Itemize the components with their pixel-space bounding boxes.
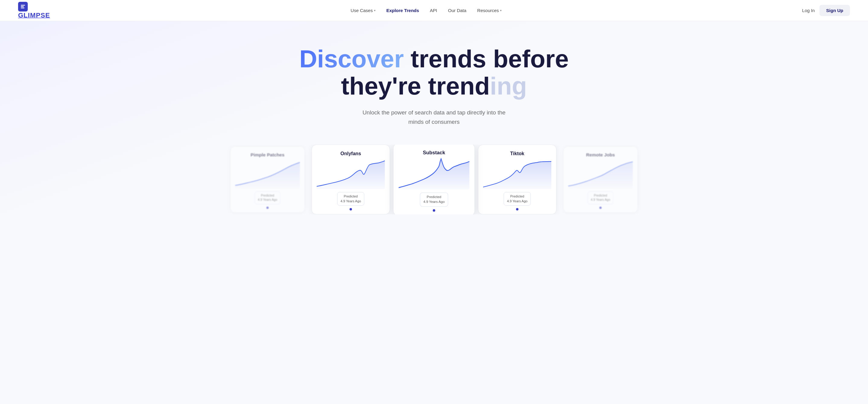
hero-section: Discover trends before they're trending … [0,21,868,232]
logo-icon [18,2,28,11]
nav-item-our-data[interactable]: Our Data [448,8,467,13]
hero-title-trending-dark: they're trend [341,72,490,99]
trend-card-substack[interactable]: Substack Predicted 4.9 Years Ago [393,145,475,214]
predicted-badge: Predicted 4.9 Years Ago [504,192,531,206]
logo[interactable]: GLIMPSE [18,2,50,19]
predicted-badge: Predicted 4.9 Years Ago [254,192,280,204]
trend-card-remote-jobs[interactable]: Remote Jobs Predicted 4.9 Years Ago [563,146,638,212]
nav-item-use-cases[interactable]: Use Cases ▾ [351,8,375,13]
logo-text: GLIMPSE [18,11,50,19]
hero-title: Discover trends before they're trending [299,45,568,99]
nav-link-label: Our Data [448,8,467,13]
cards-row: Pimple Patches Predicted 4.9 Years Ago [0,145,868,214]
predicted-badge: Predicted 4.9 Years Ago [588,192,613,204]
dot-indicator [599,206,602,209]
svg-rect-0 [21,5,25,6]
login-button[interactable]: Log In [802,8,815,13]
card-chart [483,159,551,189]
hero-title-ing: ing [490,72,527,99]
nav-links: Use Cases ▾ Explore Trends API Our Data … [351,8,501,13]
card-title: Substack [400,150,468,155]
dot-indicator [349,208,352,210]
card-chart [398,158,469,189]
chevron-down-icon: ▾ [500,9,501,12]
nav-link-label: Explore Trends [386,8,419,13]
card-title: Tiktok [484,151,550,156]
chevron-down-icon: ▾ [374,9,375,12]
card-title: Onlyfans [318,151,384,156]
nav-actions: Log In Sign Up [802,5,850,16]
dot-indicator [266,206,269,209]
card-chart [317,159,385,189]
navbar: GLIMPSE Use Cases ▾ Explore Trends API O… [0,0,868,21]
card-chart [235,160,300,189]
card-title: Remote Jobs [569,152,631,157]
svg-rect-2 [21,7,25,8]
nav-link-label: Resources [477,8,499,13]
hero-title-trends-before: trends before [404,45,569,73]
dot-indicator [433,209,435,212]
nav-item-api[interactable]: API [430,8,437,13]
nav-item-resources[interactable]: Resources ▾ [477,8,501,13]
predicted-badge: Predicted 4.9 Years Ago [337,192,364,206]
trend-card-onlyfans[interactable]: Onlyfans Predicted 4.9 Years Ago [312,145,390,214]
hero-subtitle: Unlock the power of search data and tap … [362,108,506,126]
trend-card-tiktok[interactable]: Tiktok Predicted 4.9 Years Ago [478,145,556,214]
signup-button[interactable]: Sign Up [819,5,850,16]
dot-indicator [516,208,519,210]
nav-item-explore-trends[interactable]: Explore Trends [386,8,419,13]
nav-link-label: Use Cases [351,8,373,13]
card-chart [568,160,633,189]
hero-title-discover: Discover [299,45,404,73]
predicted-badge: Predicted 4.9 Years Ago [420,193,448,207]
svg-rect-1 [21,6,24,7]
trend-card-pimple-patches[interactable]: Pimple Patches Predicted 4.9 Years Ago [230,146,305,212]
card-title: Pimple Patches [236,152,299,157]
nav-link-label: API [430,8,437,13]
hero-title-line2: they're trending [299,73,568,99]
